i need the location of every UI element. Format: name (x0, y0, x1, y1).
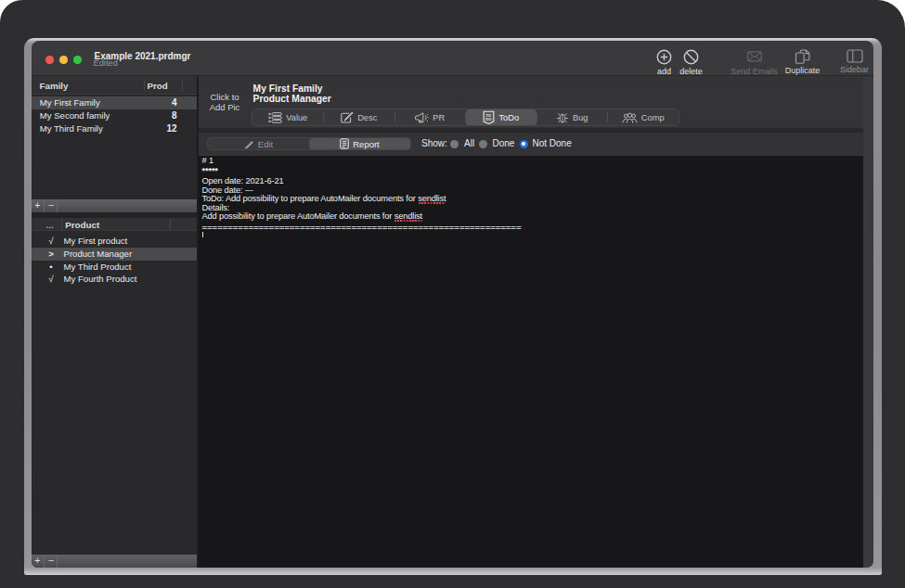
svg-text:DO: DO (486, 117, 493, 121)
